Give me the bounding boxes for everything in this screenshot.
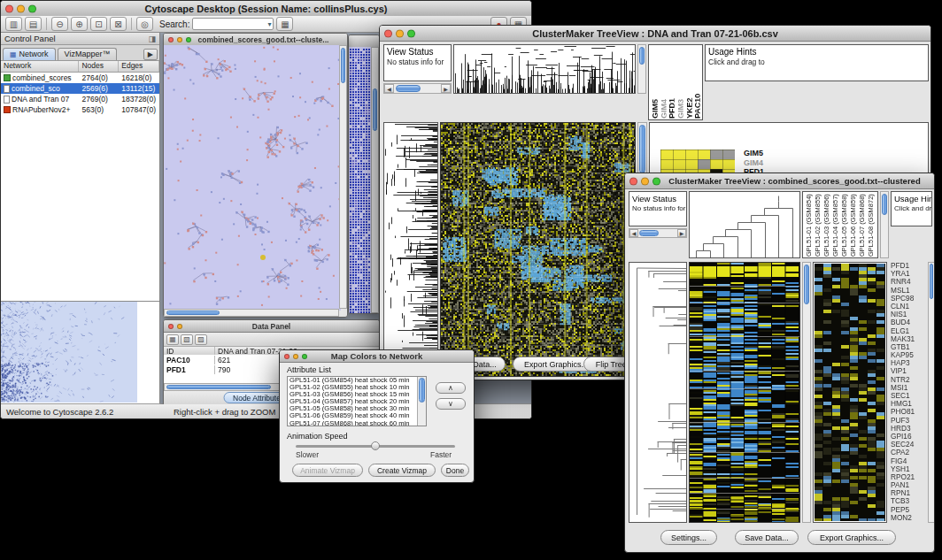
gene-list-scrollbar[interactable]	[928, 262, 935, 523]
cytoscape-titlebar[interactable]: Cytoscape Desktop (Session Name: collins…	[1, 1, 531, 17]
row-dendrogram-panel[interactable]	[629, 262, 687, 523]
matrix-gene-label[interactable]: GIM4	[744, 158, 768, 168]
scroll-thumb[interactable]	[882, 194, 887, 215]
zoom-region-icon[interactable]: ⊠	[110, 17, 127, 31]
tv2-coltree-canvas[interactable]	[690, 192, 799, 257]
treeview2-titlebar[interactable]: ClusterMaker TreeView : combined_scores_…	[625, 173, 934, 189]
tv1-coltree-canvas[interactable]	[454, 45, 635, 93]
scroll-thumb[interactable]	[166, 311, 220, 315]
column-label[interactable]: GPL51-01 (GSM854)	[805, 193, 813, 257]
matrix-gene-label[interactable]: GIM5	[744, 149, 768, 158]
close-icon[interactable]	[168, 37, 174, 42]
view-status-scrollbar[interactable]: ◀ ▶	[629, 228, 687, 238]
tv2-rowtree-canvas[interactable]	[629, 263, 686, 522]
scroll-right-icon[interactable]: ▶	[677, 229, 686, 237]
tab-overflow-button[interactable]: ▶	[143, 49, 158, 60]
create-attribute-icon[interactable]: ▧	[181, 334, 193, 345]
column-scrollbar[interactable]	[880, 191, 889, 258]
close-icon[interactable]	[384, 29, 392, 37]
network-vertical-scrollbar[interactable]	[339, 45, 347, 309]
heatmap-panel[interactable]	[689, 262, 800, 523]
network-table-row[interactable]: combined_sco2569(6)13112(15)	[1, 83, 159, 94]
network-table-row[interactable]: DNA and Tran 072769(0)183728(0)	[1, 94, 159, 104]
treeview1-titlebar[interactable]: ClusterMaker TreeView : DNA and Tran 07-…	[380, 26, 930, 42]
row-dendrogram-panel[interactable]	[383, 122, 438, 377]
scroll-thumb[interactable]	[419, 378, 425, 403]
attribute-list-item[interactable]: GPL51-06 (GSM859) heat shock 40 min	[288, 412, 417, 419]
zoom-window-icon[interactable]	[302, 354, 307, 359]
attribute-list-item[interactable]: GPL51-04 (GSM857) heat shock 20 min	[288, 398, 417, 405]
zoom-in-icon[interactable]: ⊕	[71, 17, 88, 31]
animate-vizmap-button[interactable]: Animate Vizmap	[292, 464, 363, 477]
network-view-titlebar[interactable]: combined_scores_good.txt--cluste...	[164, 34, 347, 46]
minimize-icon[interactable]	[396, 29, 404, 37]
minimize-icon[interactable]	[17, 4, 25, 12]
print-icon[interactable]: ▤	[25, 17, 42, 31]
animation-speed-slider[interactable]	[296, 445, 455, 448]
column-label[interactable]: PAC10	[693, 46, 700, 119]
export-graphics-button[interactable]: Export Graphics...	[807, 530, 896, 545]
column-label[interactable]: GPL51-06 (GSM859)	[849, 193, 857, 257]
zoom-heatmap-panel[interactable]	[813, 262, 887, 523]
column-dendrogram-scrollbar[interactable]	[637, 44, 646, 94]
search-input[interactable]: ▾	[192, 18, 274, 30]
scroll-right-icon[interactable]: ▶	[441, 84, 451, 93]
column-label[interactable]: GPL51-02 (GSM855)	[814, 193, 822, 257]
select-attributes-icon[interactable]: ▦	[166, 334, 179, 345]
delete-attribute-icon[interactable]: ▨	[195, 334, 207, 345]
column-label[interactable]: YKE2	[685, 46, 692, 119]
scroll-thumb[interactable]	[930, 264, 933, 299]
network-canvas[interactable]	[164, 45, 341, 311]
scroll-thumb[interactable]	[341, 48, 345, 83]
attribute-list-item[interactable]: GPL51-03 (GSM856) heat shock 15 min	[288, 391, 417, 398]
zoom-window-icon[interactable]	[28, 4, 36, 12]
done-button[interactable]: Done	[441, 464, 469, 477]
close-icon[interactable]	[284, 354, 290, 359]
network-overview-panel[interactable]	[1, 301, 159, 404]
attribute-list-item[interactable]: GPL51-02 (GSM855) heat shock 10 min	[288, 384, 417, 391]
snapshot-icon[interactable]: ◎	[136, 17, 153, 31]
scroll-thumb[interactable]	[639, 47, 645, 65]
dialog-titlebar[interactable]: Map Colors to Network	[280, 350, 474, 363]
column-label[interactable]: GPL51-04 (GSM857)	[831, 193, 839, 257]
zoom-out-icon[interactable]: ⊖	[51, 17, 68, 31]
dense-canvas[interactable]	[349, 47, 373, 314]
zoom-window-icon[interactable]	[407, 29, 415, 37]
column-label[interactable]: GIM5	[651, 46, 658, 119]
data-panel-titlebar[interactable]: Data Panel	[164, 320, 379, 333]
close-icon[interactable]	[5, 4, 13, 12]
move-up-button[interactable]: ∧	[436, 382, 466, 394]
heatmap-vertical-scrollbar[interactable]	[802, 262, 811, 523]
attribute-list-scrollbar[interactable]	[417, 377, 426, 426]
tab-network[interactable]: ▦ Network	[3, 48, 56, 60]
float-panel-icon[interactable]: ◨	[148, 35, 156, 43]
attribute-list[interactable]: GPL51-01 (GSM854) heat shock 05 minGPL51…	[287, 376, 427, 426]
scroll-thumb[interactable]	[396, 85, 421, 92]
network-2-vertical-scrollbar[interactable]	[371, 47, 379, 313]
view-status-scrollbar[interactable]: ◀ ▶	[383, 83, 452, 94]
column-label[interactable]: GPL51-05 (GSM858)	[840, 193, 848, 257]
network-horizontal-scrollbar[interactable]	[164, 309, 339, 317]
header-edges[interactable]: Edges	[119, 61, 159, 72]
attribute-list-item[interactable]: GPL51-01 (GSM854) heat shock 05 min	[288, 377, 417, 384]
network-table-row[interactable]: RNAPuberNov2+563(0)107847(0)	[1, 104, 159, 115]
tab-vizmapper[interactable]: VizMapper™	[58, 48, 118, 60]
minimize-icon[interactable]	[177, 37, 182, 42]
zoom-fit-icon[interactable]: ⊡	[90, 17, 107, 31]
heatmap2-canvas[interactable]	[690, 263, 799, 522]
minimize-icon[interactable]	[641, 177, 649, 185]
scroll-left-icon[interactable]: ◀	[629, 229, 638, 237]
column-label[interactable]: GPL51-07 (GSM868)	[858, 193, 866, 257]
column-label[interactable]: GPL51-03 (GSM856)	[822, 193, 830, 257]
zoom-window-icon[interactable]	[186, 37, 191, 42]
zoom-window-icon[interactable]	[652, 177, 660, 185]
attribute-list-item[interactable]: GPL51-05 (GSM858) heat shock 30 min	[288, 405, 417, 412]
move-down-button[interactable]: ∨	[436, 398, 466, 410]
column-dendrogram-panel[interactable]	[689, 191, 800, 258]
scroll-thumb[interactable]	[804, 265, 809, 304]
header-nodes[interactable]: Nodes	[79, 61, 119, 72]
network-view-2-titlebar[interactable]	[349, 35, 379, 48]
scroll-thumb[interactable]	[166, 385, 271, 389]
heatmap1-canvas[interactable]	[441, 123, 635, 376]
vizmapper-shortcut-icon[interactable]: ▦	[276, 17, 293, 31]
